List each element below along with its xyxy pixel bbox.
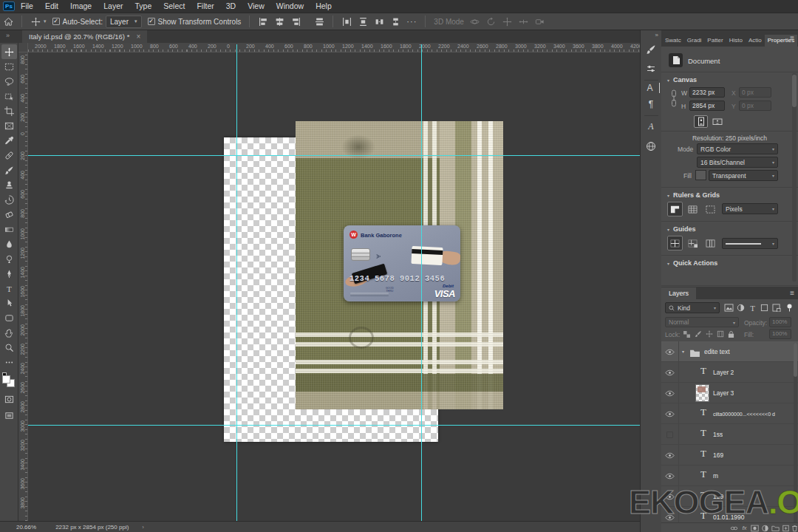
rulers-grids-section-header[interactable]: ▾ Rulers & Grids xyxy=(667,191,720,199)
layer-filter-dropdown[interactable]: Kind ▾ xyxy=(665,302,720,313)
guide-layout-button[interactable] xyxy=(703,236,718,250)
menu-3d[interactable]: 3D xyxy=(220,0,242,13)
layer-row-6[interactable]: T169 xyxy=(661,445,798,466)
layer-visibility-eye-icon[interactable] xyxy=(661,403,679,424)
filter-toggle-icon[interactable] xyxy=(784,302,795,313)
menu-select[interactable]: Select xyxy=(157,0,191,13)
horizontal-guide[interactable] xyxy=(28,425,640,426)
scrollbar-thumb[interactable] xyxy=(792,75,797,107)
filter-smart-objects-icon[interactable] xyxy=(771,302,782,313)
filter-adjustment-layers-icon[interactable] xyxy=(735,302,746,313)
glyphs-panel-icon[interactable]: A xyxy=(643,118,660,135)
properties-scrollbar[interactable] xyxy=(792,73,797,282)
tab-swatc[interactable]: Swatc xyxy=(662,35,684,47)
tab-actio[interactable]: Actio xyxy=(746,35,765,47)
new-adjustment-layer-icon[interactable] xyxy=(760,524,770,532)
delete-layer-icon[interactable] xyxy=(790,524,798,532)
align-center-horizontal-icon[interactable] xyxy=(273,15,286,28)
clone-stamp-tool[interactable] xyxy=(1,177,17,192)
tab-layers[interactable]: Layers xyxy=(661,287,696,299)
gradient-tool[interactable] xyxy=(1,222,17,236)
layer-visibility-eye-icon[interactable] xyxy=(661,445,679,466)
height-field[interactable]: 2854 px xyxy=(689,100,725,111)
fill-swatch[interactable] xyxy=(695,170,706,180)
show-transform-checkbox[interactable]: ✓ xyxy=(148,18,155,25)
link-dimensions-icon[interactable] xyxy=(670,87,678,112)
auto-select-checkbox[interactable]: ✓ xyxy=(52,18,60,25)
distribute-spacing-horizontal-icon[interactable] xyxy=(372,15,386,28)
align-left-icon[interactable] xyxy=(256,15,270,28)
frame-tool[interactable] xyxy=(1,118,17,133)
lasso-tool[interactable] xyxy=(1,74,17,89)
menu-file[interactable]: File xyxy=(15,0,39,13)
hand-tool[interactable] xyxy=(1,325,17,340)
distribute-spacing-vertical-icon[interactable] xyxy=(389,15,402,28)
rectangle-tool[interactable] xyxy=(1,310,17,325)
canvas-section-header[interactable]: ▾ Canvas xyxy=(667,76,697,83)
lock-all-icon[interactable] xyxy=(726,329,736,339)
bit-depth-dropdown[interactable]: 16 Bits/Channel▾ xyxy=(697,157,778,168)
toggle-snap-button[interactable] xyxy=(703,202,718,216)
filter-shape-layers-icon[interactable] xyxy=(759,302,770,313)
edit-toolbar-tool[interactable] xyxy=(1,355,17,369)
home-icon[interactable] xyxy=(1,15,15,28)
close-icon[interactable]: × xyxy=(136,33,140,41)
pen-tool[interactable] xyxy=(1,266,17,281)
move-tool[interactable] xyxy=(1,44,17,59)
more-options-icon[interactable]: ··· xyxy=(406,17,417,26)
brush-tool[interactable] xyxy=(1,163,17,177)
lock-pixels-icon[interactable] xyxy=(693,329,703,339)
tool-preset-caret-icon[interactable]: ▾ xyxy=(44,18,47,24)
status-options-chevron-icon[interactable]: › xyxy=(142,524,144,531)
align-middle-icon[interactable] xyxy=(313,15,326,28)
layer-visibility-eye-icon[interactable] xyxy=(661,362,679,383)
libraries-panel-icon[interactable] xyxy=(643,137,660,154)
eraser-tool[interactable] xyxy=(1,207,17,222)
orientation-portrait-button[interactable] xyxy=(694,115,708,128)
layer-row-1[interactable]: ▾edite text xyxy=(661,341,798,362)
menu-type[interactable]: Type xyxy=(129,0,157,13)
scrollbar-thumb[interactable] xyxy=(794,343,797,377)
character-panel-icon[interactable]: A xyxy=(643,83,660,93)
menu-window[interactable]: Window xyxy=(270,0,310,13)
orientation-landscape-button[interactable] xyxy=(710,115,724,128)
zoom-tool[interactable] xyxy=(1,340,17,355)
dodge-tool[interactable] xyxy=(1,251,17,266)
add-layer-mask-icon[interactable] xyxy=(750,524,760,532)
blur-tool[interactable] xyxy=(1,236,17,251)
foreground-background-swatches[interactable] xyxy=(2,372,16,387)
toggle-rulers-button[interactable] xyxy=(667,202,683,216)
screen-mode-button[interactable] xyxy=(1,408,17,423)
filter-type-layers-icon[interactable]: T xyxy=(747,302,758,313)
layer-visibility-empty[interactable] xyxy=(661,424,679,445)
brush-settings-panel-icon[interactable] xyxy=(643,41,660,58)
vertical-ruler[interactable]: 8006004002000200400600800100012001400160… xyxy=(18,52,28,521)
distribute-vertical-icon[interactable] xyxy=(356,15,369,28)
spot-healing-tool[interactable] xyxy=(1,148,17,163)
quick-mask-mode-button[interactable] xyxy=(1,392,17,406)
crop-tool[interactable] xyxy=(1,103,17,118)
fill-dropdown[interactable]: Transparent▾ xyxy=(709,170,778,181)
paragraph-panel-icon[interactable]: ¶ xyxy=(643,95,660,112)
tab-gradi[interactable]: Gradi xyxy=(684,35,705,47)
align-right-icon[interactable] xyxy=(289,15,302,28)
filter-pixel-layers-icon[interactable] xyxy=(723,302,734,313)
panel-menu-icon[interactable]: ≡ xyxy=(790,34,794,42)
lock-transparency-icon[interactable] xyxy=(682,329,692,339)
layer-effects-icon[interactable]: fx xyxy=(740,524,749,532)
history-brush-tool[interactable] xyxy=(1,192,17,207)
group-expand-caret-icon[interactable]: ▾ xyxy=(682,349,684,354)
zoom-level-field[interactable]: 20.66% xyxy=(16,524,36,531)
menu-layer[interactable]: Layer xyxy=(98,0,129,13)
guides-section-header[interactable]: ▾ Guides xyxy=(667,225,696,233)
link-layers-icon[interactable] xyxy=(729,524,739,532)
layer-row-5[interactable]: T1ss xyxy=(661,424,798,445)
layer-row-4[interactable]: Tcilta0000000...<<<<<<<0 d xyxy=(661,403,798,424)
toggle-guides-button[interactable] xyxy=(667,236,683,250)
menu-view[interactable]: View xyxy=(242,0,270,13)
lock-guides-button[interactable] xyxy=(685,236,700,250)
horizontal-ruler[interactable]: 2000180016001400120010008006004002000200… xyxy=(28,43,640,52)
vertical-guide[interactable] xyxy=(236,44,237,521)
document-tab[interactable]: Italy id.psd @ 20.7% (RGB/16) * × xyxy=(22,30,147,43)
width-field[interactable]: 2232 px xyxy=(689,87,725,98)
